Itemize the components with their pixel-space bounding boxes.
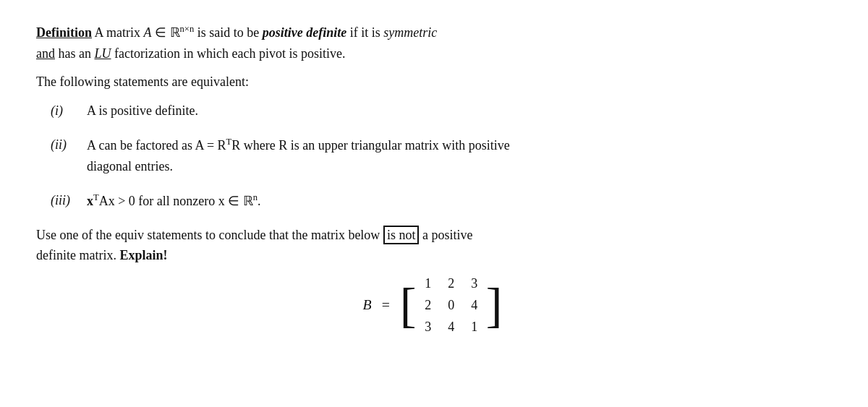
stmt-ii-line1: A can be factored as A = RTR where R is … [87, 134, 832, 156]
definition-line2: and has an LU factorization in which eac… [36, 43, 832, 64]
stmt-iii-x: x [87, 194, 93, 208]
stmt-i-label: (i) [51, 100, 87, 121]
matrix-grid: 1 2 3 2 0 4 3 4 1 [418, 273, 485, 337]
stmt-iii-sup: T [93, 192, 99, 202]
use-explain: Explain! [119, 248, 167, 262]
def-has: has an [55, 46, 94, 61]
stmt-ii-line2-text: diagonal entries. [87, 159, 173, 173]
matrix-B: [ 1 2 3 2 0 4 3 4 1 ] [400, 273, 503, 337]
cell-2-0: 3 [418, 317, 438, 338]
def-text1: A matrix [92, 25, 144, 40]
def-factorization: factorization in which each pivot is pos… [111, 46, 346, 61]
statement-ii: (ii) A can be factored as A = RTR where … [51, 134, 832, 177]
bracket-left: [ [400, 280, 417, 330]
use-line2: definite matrix. Explain! [36, 245, 832, 266]
definition-line1: Definition A matrix A ∈ ℝn×n is said to … [36, 22, 832, 43]
matrix-A: A [144, 25, 152, 40]
stmt-ii-pre: A can be factored as A = R [87, 138, 226, 153]
stmt-iii-period: . [258, 194, 261, 208]
stmt-i-content: A is positive definite. [87, 100, 832, 121]
stmt-ii-label: (ii) [51, 134, 87, 155]
stmt-iii-post: Ax > 0 for all nonzero x ∈ ℝ [99, 194, 253, 208]
bracket-right: ] [486, 280, 503, 330]
cell-0-0: 1 [418, 273, 438, 294]
cell-2-1: 4 [441, 317, 461, 338]
use-line2-text: definite matrix. [36, 248, 119, 262]
cell-1-2: 4 [464, 295, 485, 316]
def-text3: ∈ ℝ [152, 25, 180, 40]
cell-1-1: 0 [441, 295, 461, 316]
stmt-ii-line2: diagonal entries. [87, 156, 832, 177]
use-text-pre: Use one of the equiv statements to concl… [36, 228, 383, 242]
def-and: and [36, 46, 55, 61]
cell-0-2: 3 [464, 273, 485, 294]
equivalent-text: The following statements are equivalent: [36, 74, 249, 89]
definition-block: Definition A matrix A ∈ ℝn×n is said to … [36, 22, 832, 64]
statement-iii: (iii) xTAx > 0 for all nonzero x ∈ ℝn. [51, 190, 832, 212]
stmt-ii-content: A can be factored as A = RTR where R is … [87, 134, 832, 177]
equals-sign: = [382, 294, 390, 317]
exponent-nxn: n×n [180, 24, 195, 34]
definition-label: Definition [36, 25, 92, 40]
cell-0-1: 2 [441, 273, 461, 294]
def-text4: is said to be [194, 25, 263, 40]
statement-i: (i) A is positive definite. [51, 100, 832, 121]
stmt-i-text: A is positive definite. [87, 103, 198, 118]
cell-2-2: 1 [464, 317, 485, 338]
stmt-iii-label: (iii) [51, 190, 87, 211]
stmt-ii-post: R where R is an upper triangular matrix … [231, 138, 509, 153]
highlighted-is-not: is not [383, 226, 420, 244]
page-content: Definition A matrix A ∈ ℝn×n is said to … [36, 22, 832, 337]
matrix-equation: B = [ 1 2 3 2 0 4 3 4 1 ] [36, 273, 832, 337]
B-label: B [363, 294, 372, 317]
statements-list: (i) A is positive definite. (ii) A can b… [51, 100, 832, 211]
equivalent-header: The following statements are equivalent: [36, 72, 832, 93]
LU-term: LU [94, 46, 111, 61]
symmetric-term: symmetric [383, 25, 437, 40]
use-text-post: a positive [419, 228, 472, 242]
def-text5: if it is [346, 25, 383, 40]
cell-1-0: 2 [418, 295, 438, 316]
use-statement: Use one of the equiv statements to concl… [36, 225, 832, 267]
positive-definite-term: positive definite [263, 25, 346, 40]
stmt-iii-content: xTAx > 0 for all nonzero x ∈ ℝn. [87, 190, 832, 212]
use-line1: Use one of the equiv statements to concl… [36, 225, 832, 246]
